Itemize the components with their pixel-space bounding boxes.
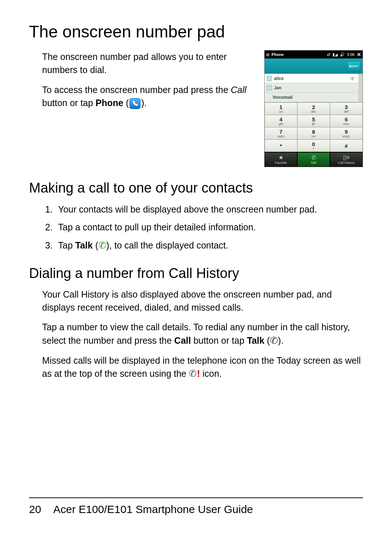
steps-list: Your contacts will be displayed above th… <box>55 202 363 253</box>
page-footer: 20 Acer E100/E101 Smartphone User Guide <box>29 497 363 516</box>
keypad-key: 3def <box>330 102 363 115</box>
footer-title: Acer E100/E101 Smartphone User Guide <box>53 503 253 515</box>
contact-list: alice·▯· Jen Voicemail <box>265 74 358 102</box>
missed-call-icon: ✆! <box>189 368 200 379</box>
keypad-key: 1oo <box>265 102 297 115</box>
keypad-key: 8tuv <box>297 127 330 140</box>
contact-row: alice·▯· <box>265 74 358 83</box>
list-item: Tap a contact to pull up their detailed … <box>55 220 363 234</box>
section-heading: Making a call to one of your contacts <box>29 180 363 196</box>
contact-row: Jen <box>265 83 358 93</box>
scrollbar <box>358 74 363 102</box>
keypad-key: 5jkl <box>297 115 330 127</box>
phone-bottom-button: ▯≡Call History <box>330 152 363 167</box>
keypad-key: 9wxyz <box>330 127 363 140</box>
keypad-key: 4ghi <box>265 115 297 127</box>
page-title: The onscreen number pad <box>29 22 363 41</box>
intro-paragraph-1: The onscreen number pad allows you to en… <box>42 50 256 77</box>
list-item: Tap Talk (✆), to call the displayed cont… <box>55 238 363 253</box>
keypad-key: 6mno <box>330 115 363 127</box>
paragraph: Your Call History is also displayed abov… <box>42 288 363 314</box>
keypad-key: 2abc <box>297 102 330 115</box>
keypad-key: * <box>265 140 297 152</box>
section-heading: Dialing a number from Call History <box>29 266 363 281</box>
page-number: 20 <box>29 503 51 516</box>
close-icon: ✕ <box>357 52 361 57</box>
keypad-key: 7pqrs <box>265 127 297 140</box>
back-icon: ⟸ <box>347 61 360 71</box>
phone-toolbar: ⟸ <box>265 58 363 74</box>
phone-bottom-button: ★Favorite <box>265 152 297 167</box>
phone-bottom-button: ✆Talk <box>297 152 330 167</box>
keypad-key: 0+ <box>297 140 330 152</box>
phone-status-bar: ⊞ Phone ⇄▮◢🔊 3:06 ✕ <box>265 51 363 58</box>
phone-keypad: 1oo2abc3def4ghi5jkl6mno7pqrs8tuv9wxyz*0+… <box>265 102 363 152</box>
talk-icon: ✆ <box>270 335 278 346</box>
phone-screenshot: ⊞ Phone ⇄▮◢🔊 3:06 ✕ ⟸ alice·▯· Jen Voice… <box>264 50 363 167</box>
paragraph: Tap a number to view the call details. T… <box>42 320 363 347</box>
intro-paragraph-2: To access the onscreen number pad press … <box>42 83 256 110</box>
phone-bottom-bar: ★Favorite✆Talk▯≡Call History <box>265 152 363 167</box>
list-item: Your contacts will be displayed above th… <box>55 202 363 217</box>
talk-icon: ✆ <box>98 240 106 251</box>
keypad-key: # <box>330 140 363 152</box>
phone-icon <box>130 98 140 109</box>
paragraph: Missed calls will be displayed in the te… <box>42 354 363 381</box>
contact-row: Voicemail <box>265 93 358 102</box>
